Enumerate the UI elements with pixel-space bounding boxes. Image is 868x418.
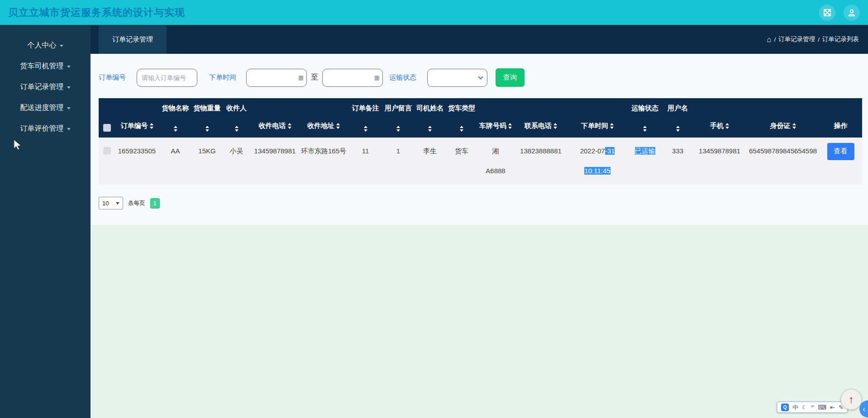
order-record-card: 订单编号 下单时间 ▦ 至 ▦ [91, 54, 868, 225]
column-header-label: 身份证 [770, 122, 791, 130]
group-header-order-note: 订单备注 [348, 98, 382, 118]
group-header-user-message: 用户留言 [382, 98, 414, 118]
group-header-truck-type: 货车类型 [446, 98, 477, 118]
order-time-label: 下单时间 [209, 73, 236, 82]
sort-icon [235, 126, 238, 132]
group-header-empty [819, 98, 862, 118]
sort-icon [460, 126, 463, 132]
column-header-label: 订单编号 [121, 122, 148, 130]
page-size-select[interactable]: 10 [99, 197, 123, 209]
order-time-end-input[interactable] [322, 69, 383, 87]
app-title: 贝立立城市货运服务系统的设计与实现 [8, 6, 185, 19]
sidebar-item-label: 个人中心 [28, 41, 57, 50]
column-header-label: 车牌号码 [479, 122, 506, 130]
sidebar-item-label: 订单评价管理 [20, 124, 64, 133]
sidebar-item-order-review-mgmt[interactable]: 订单评价管理 [0, 118, 91, 139]
column-header-truck-type[interactable] [446, 118, 477, 138]
sidebar-item-label: 配送进度管理 [20, 103, 64, 113]
topbar: 贝立立城市货运服务系统的设计与实现 [0, 0, 868, 25]
column-header-label: 收件电话 [259, 122, 286, 130]
keyboard-icon[interactable]: ⌨ [818, 404, 826, 410]
sidebar-item-personal-center[interactable]: 个人中心 [0, 35, 91, 56]
user-menu-button[interactable] [844, 5, 860, 21]
order-time-start-input[interactable] [246, 69, 307, 87]
plate-line-1: 湘 [492, 147, 499, 155]
column-header-order-note[interactable] [348, 118, 382, 138]
column-header-cargo-weight[interactable] [192, 118, 222, 138]
column-header-action: 操作 [819, 118, 862, 138]
cell-transport-status: 已运输 [627, 138, 663, 185]
column-header-receiver-phone[interactable]: 收件电话 [251, 118, 299, 138]
chevron-down-icon [67, 107, 71, 109]
cell-receiver-address: 环市东路165号 [299, 138, 348, 185]
column-header-transport-status[interactable] [627, 118, 663, 138]
select-all-header [99, 118, 115, 138]
cell-username: 333 [663, 138, 692, 185]
group-header-empty [747, 98, 819, 118]
select-all-checkbox[interactable] [103, 124, 111, 132]
order-no-input[interactable] [137, 69, 197, 87]
chinese-mode-icon[interactable]: 中 [792, 404, 798, 410]
column-header-driver-name[interactable] [414, 118, 446, 138]
column-header-mobile[interactable]: 手机 [692, 118, 747, 138]
cell-id-card: 654598789845654598 [747, 138, 819, 185]
fullscreen-icon [823, 9, 831, 17]
back-to-top-button[interactable]: ↑ [841, 389, 862, 410]
sidebar-item-order-record-mgmt[interactable]: 订单记录管理 [0, 76, 91, 97]
cell-cargo-weight: 15KG [192, 138, 222, 185]
search-button[interactable]: 查询 [496, 68, 525, 87]
sidebar-item-truck-driver-mgmt[interactable]: 货车司机管理 [0, 56, 91, 76]
column-header-order-no[interactable]: 订单编号 [115, 118, 158, 138]
column-header-plate-no[interactable]: 车牌号码 [477, 118, 514, 138]
sort-icon [174, 126, 177, 132]
cell-truck-type: 货车 [446, 138, 477, 185]
page-1-button[interactable]: 1 [150, 198, 160, 209]
chevron-down-icon [67, 86, 71, 89]
breadcrumb-separator: / [774, 36, 776, 43]
group-header-empty [251, 98, 299, 118]
column-header-contact-phone[interactable]: 联系电话 [514, 118, 568, 138]
plate-line-2: A6888 [486, 167, 505, 175]
column-header-receiver-address[interactable]: 收件地址 [299, 118, 348, 138]
moon-icon[interactable]: ☾ [802, 404, 807, 410]
sidebar-item-label: 货车司机管理 [20, 62, 64, 71]
transport-status-select[interactable] [427, 69, 487, 87]
view-button[interactable]: 查看 [827, 143, 854, 160]
column-header-username[interactable] [663, 118, 692, 138]
column-header-cargo-name[interactable] [158, 118, 192, 138]
table-group-header-row: 货物名称 货物重量 收件人 订单备注 用户留言 司机姓名 货车类型 [99, 98, 862, 118]
transport-status-selected-text: 已运输 [635, 147, 655, 155]
cell-plate-no: 湘A6888 [477, 138, 514, 185]
row-checkbox[interactable] [103, 147, 111, 155]
order-no-label: 订单编号 [99, 73, 126, 82]
tab-bar: 订单记录管理 ⌂ / 订单记录管理 / 订单记录列表 [91, 25, 868, 54]
breadcrumb-order-record-list[interactable]: 订单记录列表 [822, 35, 859, 43]
fullscreen-button[interactable] [819, 5, 835, 21]
column-header-receiver[interactable] [222, 118, 251, 138]
tab-order-record-mgmt[interactable]: 订单记录管理 [99, 25, 167, 54]
cell-driver-name: 李生 [414, 138, 446, 185]
sort-icon [553, 123, 557, 129]
ime-toolbar: Q 中 ☾ °' ⌨ ⇤ ✎ [777, 401, 848, 413]
sidebar-item-label: 订单记录管理 [20, 82, 64, 92]
sort-icon [508, 123, 512, 129]
column-header-order-time[interactable]: 下单时间 [568, 118, 627, 138]
sort-icon [364, 126, 367, 132]
home-icon[interactable]: ⌂ [767, 36, 771, 43]
column-header-id-card[interactable]: 身份证 [747, 118, 819, 138]
punctuation-icon[interactable]: °' [811, 404, 815, 410]
cell-user-message: 1 [382, 138, 414, 185]
chevron-down-icon [478, 74, 483, 79]
to-label: 至 [311, 73, 318, 82]
sidebar-item-delivery-progress-mgmt[interactable]: 配送进度管理 [0, 97, 91, 118]
group-header-username: 用户名 [663, 98, 692, 118]
sort-icon [396, 126, 400, 132]
breadcrumb-order-record-mgmt[interactable]: 订单记录管理 [778, 35, 815, 43]
cell-order-note: 11 [348, 138, 382, 185]
sort-icon [288, 123, 291, 129]
content-area: 订单编号 下单时间 ▦ 至 ▦ [91, 54, 868, 418]
cursor-tool-icon[interactable]: ⇤ [830, 404, 835, 410]
user-icon [847, 8, 856, 17]
column-header-user-message[interactable] [382, 118, 414, 138]
ime-logo-icon[interactable]: Q [781, 404, 789, 411]
